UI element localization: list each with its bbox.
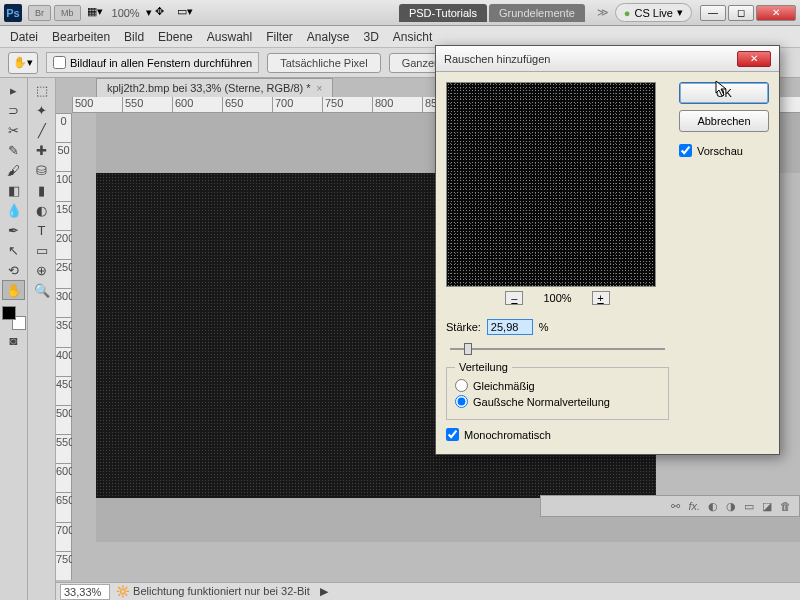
folder-icon[interactable]: ▭ (744, 500, 754, 513)
menu-auswahl[interactable]: Auswahl (207, 30, 252, 44)
menu-ebene[interactable]: Ebene (158, 30, 193, 44)
actual-pixels-button[interactable]: Tatsächliche Pixel (267, 53, 380, 73)
crop-tool[interactable]: ✂ (2, 120, 25, 140)
hand-icon[interactable]: ✥ (155, 5, 171, 21)
status-zoom[interactable]: 33,33% (60, 584, 110, 600)
path-tool[interactable]: ↖ (2, 240, 25, 260)
menu-datei[interactable]: Datei (10, 30, 38, 44)
menu-analyse[interactable]: Analyse (307, 30, 350, 44)
document-tab[interactable]: kplj2th2.bmp bei 33,3% (Sterne, RGB/8) *… (96, 78, 333, 97)
uniform-radio[interactable]: Gleichmäßig (455, 379, 660, 392)
percent-label: % (539, 321, 549, 333)
slice-tool[interactable]: ╱ (30, 120, 53, 140)
dodge-tool[interactable]: ◐ (30, 200, 53, 220)
link-icon[interactable]: ⚯ (671, 500, 680, 513)
marquee-tool[interactable]: ⬚ (30, 80, 53, 100)
zoom-out-button[interactable]: – (505, 291, 523, 305)
cs-live-button[interactable]: CS Live ▾ (615, 3, 692, 22)
minibridge-button[interactable]: Mb (54, 5, 81, 21)
toolbox-right: ⬚ ✦ ╱ ✚ ⛁ ▮ ◐ T ▭ ⊕ 🔍 (28, 78, 56, 600)
pen-tool[interactable]: ✒ (2, 220, 25, 240)
preview-zoom: 100% (543, 292, 571, 304)
zoom-in-button[interactable]: + (592, 291, 610, 305)
quickmask-tool[interactable]: ◙ (2, 330, 25, 350)
wand-tool[interactable]: ✦ (30, 100, 53, 120)
new-layer-icon[interactable]: ◪ (762, 500, 772, 513)
menu-ansicht[interactable]: Ansicht (393, 30, 432, 44)
gaussian-radio[interactable]: Gaußsche Normalverteilung (455, 395, 660, 408)
scroll-all-checkbox[interactable]: Bildlauf in allen Fenstern durchführen (46, 52, 259, 73)
menu-3d[interactable]: 3D (364, 30, 379, 44)
lasso-tool[interactable]: ⊃ (2, 100, 25, 120)
eyedropper-tool[interactable]: ✎ (2, 140, 25, 160)
blur-tool[interactable]: 💧 (2, 200, 25, 220)
amount-label: Stärke: (446, 321, 481, 333)
current-tool-hand[interactable]: ✋▾ (8, 52, 38, 74)
stamp-tool[interactable]: ⛁ (30, 160, 53, 180)
brush-tool[interactable]: 🖌 (2, 160, 25, 180)
add-noise-dialog: Rauschen hinzufügen ✕ – 100% + Stärke: %… (435, 45, 780, 455)
workspace-tab-tutorials[interactable]: PSD-Tutorials (399, 4, 487, 22)
fx-icon[interactable]: fx. (688, 500, 700, 512)
maximize-button[interactable]: ◻ (728, 5, 754, 21)
screen-mode-icon[interactable]: ▭▾ (177, 5, 193, 21)
arrange-icon[interactable]: ▦▾ (87, 5, 103, 21)
move-tool[interactable]: ▸ (2, 80, 25, 100)
eraser-tool[interactable]: ◧ (2, 180, 25, 200)
status-bar: 33,33% 🔆 Belichtung funktioniert nur bei… (56, 582, 800, 600)
toolbox-left: ▸ ⊃ ✂ ✎ 🖌 ◧ 💧 ✒ ↖ ⟲ ✋ ◙ (0, 78, 28, 600)
3d-rotate-tool[interactable]: ⟲ (2, 260, 25, 280)
ok-button[interactable]: OK (679, 82, 769, 104)
shape-tool[interactable]: ▭ (30, 240, 53, 260)
dialog-close-button[interactable]: ✕ (737, 51, 771, 67)
preview-checkbox[interactable]: Vorschau (679, 144, 769, 157)
ruler-vertical: 0501001502002503003504004505005506006507… (56, 113, 72, 580)
workspace-tab-grundelemente[interactable]: Grundelemente (489, 4, 585, 22)
heal-tool[interactable]: ✚ (30, 140, 53, 160)
monochromatic-checkbox[interactable]: Monochromatisch (446, 428, 669, 441)
bridge-button[interactable]: Br (28, 5, 51, 21)
close-button[interactable]: ✕ (756, 5, 796, 21)
cancel-button[interactable]: Abbrechen (679, 110, 769, 132)
dialog-title: Rauschen hinzufügen (444, 53, 550, 65)
menu-bild[interactable]: Bild (124, 30, 144, 44)
app-title-bar: Ps Br Mb ▦▾ 100%▾ ✥ ▭▾ PSD-Tutorials Gru… (0, 0, 800, 26)
amount-slider[interactable] (446, 341, 669, 357)
noise-preview[interactable] (446, 82, 656, 287)
distribution-legend: Verteilung (455, 361, 512, 373)
layers-panel-footer: ⚯ fx. ◐ ◑ ▭ ◪ 🗑 (540, 495, 800, 517)
menu-bearbeiten[interactable]: Bearbeiten (52, 30, 110, 44)
type-tool[interactable]: T (30, 220, 53, 240)
ps-logo: Ps (4, 4, 22, 22)
menu-filter[interactable]: Filter (266, 30, 293, 44)
adjust-icon[interactable]: ◑ (726, 500, 736, 513)
status-message: 🔆 Belichtung funktioniert nur bei 32-Bit (116, 585, 310, 598)
hand-tool[interactable]: ✋ (2, 280, 25, 300)
close-tab-icon[interactable]: × (317, 83, 323, 94)
more-workspaces[interactable]: ≫ (597, 6, 609, 19)
3d-pan-tool[interactable]: ⊕ (30, 260, 53, 280)
zoom-level[interactable]: 100% (106, 7, 146, 19)
mask-icon[interactable]: ◐ (708, 500, 718, 513)
color-swatches[interactable] (2, 306, 26, 330)
dialog-title-bar[interactable]: Rauschen hinzufügen ✕ (436, 46, 779, 72)
zoom-tool[interactable]: 🔍 (30, 280, 53, 300)
gradient-tool[interactable]: ▮ (30, 180, 53, 200)
distribution-group: Verteilung Gleichmäßig Gaußsche Normalve… (446, 367, 669, 420)
amount-input[interactable] (487, 319, 533, 335)
trash-icon[interactable]: 🗑 (780, 500, 791, 512)
minimize-button[interactable]: — (700, 5, 726, 21)
